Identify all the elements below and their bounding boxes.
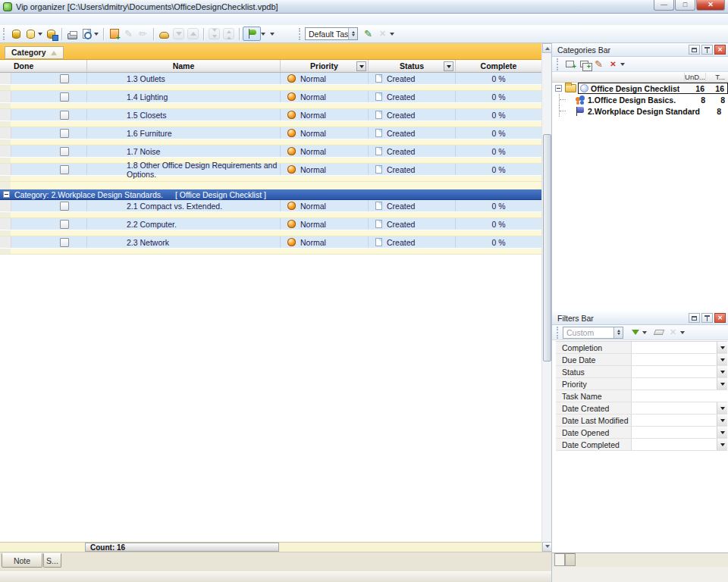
menu-item[interactable]	[12, 14, 24, 25]
column-header-priority[interactable]: Priority	[281, 60, 369, 72]
task-view-combobox[interactable]: Default Task V	[305, 27, 358, 40]
filter-value[interactable]	[632, 439, 717, 450]
menu-item[interactable]	[49, 14, 61, 25]
filter-value[interactable]	[632, 415, 717, 426]
maximize-button[interactable]: □	[675, 0, 695, 11]
s-tab[interactable]: S...	[43, 553, 61, 568]
scrollbar-thumb[interactable]	[543, 134, 551, 361]
move-bottom-icon[interactable]	[207, 27, 221, 41]
task-row[interactable]: 2.2 Computer. Normal Created 0 %	[0, 218, 541, 230]
edit-category-icon[interactable]	[592, 57, 606, 71]
move-top-icon[interactable]	[221, 27, 236, 41]
open-database-icon[interactable]	[24, 27, 38, 41]
delete-filter-icon[interactable]	[666, 325, 680, 340]
print-icon[interactable]	[65, 27, 80, 41]
column-header-name[interactable]: Name	[87, 60, 281, 72]
task-checkbox[interactable]	[60, 165, 69, 174]
menu-item[interactable]	[61, 14, 73, 25]
column-header-status[interactable]: Status	[369, 60, 456, 72]
task-row[interactable]: 1.5 Closets Normal Created 0 %	[0, 109, 541, 121]
priority-filter-dropdown-icon[interactable]	[356, 61, 366, 71]
filter-dropdown-icon[interactable]	[717, 402, 727, 414]
move-up-icon[interactable]	[186, 27, 200, 41]
task-row[interactable]: 2.3 Network Normal Created 0 %	[0, 236, 541, 249]
delete-category-icon[interactable]	[606, 57, 620, 71]
edit-task-icon[interactable]	[121, 27, 136, 41]
dock-tab[interactable]	[565, 553, 576, 566]
toolbar-overflow-icon[interactable]	[270, 33, 275, 38]
panel-close-icon[interactable]	[714, 313, 726, 323]
task-row[interactable]: 1.4 Lighting Normal Created 0 %	[0, 91, 541, 103]
move-down-icon[interactable]	[171, 27, 186, 41]
panel-close-icon[interactable]	[714, 45, 726, 55]
delete-task-icon[interactable]	[136, 27, 150, 41]
task-checkbox[interactable]	[60, 238, 69, 247]
flag-dropdown-icon[interactable]	[261, 33, 265, 38]
column-header-done[interactable]: Done	[0, 60, 87, 72]
filter-value[interactable]	[632, 390, 727, 402]
task-checkbox[interactable]	[60, 202, 69, 211]
task-checkbox[interactable]	[60, 220, 69, 229]
grid-vertical-scrollbar[interactable]	[541, 43, 551, 552]
filters-overflow-icon[interactable]	[680, 331, 685, 336]
categories-overflow-icon[interactable]	[620, 63, 625, 68]
panel-pin-icon[interactable]	[701, 313, 713, 323]
filter-dropdown-icon[interactable]	[717, 366, 727, 377]
category-tree-row[interactable]: 1.Office Design Basics. 8 8	[552, 94, 728, 105]
panel-restore-icon[interactable]	[689, 45, 700, 55]
task-checkbox[interactable]	[60, 74, 69, 83]
filter-dropdown-icon[interactable]	[717, 378, 727, 390]
menu-item[interactable]	[0, 14, 12, 25]
filter-dropdown-icon[interactable]	[717, 415, 727, 426]
task-checkbox[interactable]	[60, 111, 69, 120]
filter-dropdown-icon[interactable]	[717, 342, 727, 353]
dock-tab[interactable]	[554, 553, 565, 566]
filter-value[interactable]	[632, 354, 717, 365]
column-total[interactable]: T...	[705, 73, 728, 81]
toolbar-grip[interactable]	[3, 28, 7, 40]
filter-value[interactable]	[632, 342, 717, 353]
menu-item[interactable]	[36, 14, 49, 25]
panel-pin-icon[interactable]	[701, 45, 713, 55]
combobox-spinner-icon[interactable]	[613, 327, 623, 338]
filter-dropdown-icon[interactable]	[717, 439, 727, 450]
clear-view-icon[interactable]	[375, 27, 390, 41]
column-undone[interactable]: UnD...	[684, 73, 705, 81]
save-database-icon[interactable]	[44, 27, 58, 41]
collapse-group-icon[interactable]	[3, 191, 10, 198]
new-subcategory-icon[interactable]	[577, 57, 592, 71]
task-row[interactable]: 2.1 Compact vs. Extended. Normal Created…	[0, 200, 541, 212]
filter-dropdown-icon[interactable]	[717, 427, 727, 438]
expand-collapse-icon[interactable]	[555, 85, 562, 92]
task-row[interactable]: 1.7 Noise Normal Created 0 %	[0, 146, 541, 158]
filter-value[interactable]	[632, 402, 717, 414]
category-group-row[interactable]: Category: 2.Workplace Design Standards. …	[0, 189, 541, 200]
task-checkbox[interactable]	[60, 92, 69, 102]
filter-dropdown-icon[interactable]	[717, 354, 727, 365]
group-by-category-button[interactable]: Category	[5, 46, 64, 59]
task-row[interactable]: 1.3 Outlets Normal Created 0 %	[0, 73, 541, 85]
print-overflow-icon[interactable]	[94, 33, 99, 38]
new-category-icon[interactable]	[563, 57, 577, 71]
task-row[interactable]: 1.8 Other Office Design Requirements and…	[0, 164, 541, 176]
filter-preset-combobox[interactable]: Custom	[563, 327, 623, 339]
toolbar-grip[interactable]	[299, 28, 303, 40]
status-filter-dropdown-icon[interactable]	[444, 61, 453, 71]
edit-filter-icon[interactable]	[628, 325, 642, 340]
close-button[interactable]: ✕	[696, 0, 725, 11]
clear-filter-icon[interactable]	[651, 325, 666, 340]
task-checkbox[interactable]	[60, 147, 69, 156]
category-tree-row[interactable]: 2.Workplace Design Standard 8 8	[552, 105, 728, 117]
note-tab[interactable]: Note	[2, 553, 42, 568]
task-row[interactable]: 1.6 Furniture Normal Created 0 %	[0, 127, 541, 139]
filter-value[interactable]	[632, 378, 717, 390]
panel-restore-icon[interactable]	[689, 313, 700, 323]
new-task-icon[interactable]	[107, 27, 121, 41]
toolbar-grip[interactable]	[557, 327, 560, 339]
open-database-dropdown-icon[interactable]	[38, 33, 42, 38]
print-preview-icon[interactable]	[80, 27, 94, 41]
minimize-button[interactable]: ―	[654, 0, 674, 11]
toolbar-grip[interactable]	[557, 58, 560, 70]
column-header-complete[interactable]: Complete	[456, 60, 541, 72]
filter-value[interactable]	[632, 366, 717, 377]
